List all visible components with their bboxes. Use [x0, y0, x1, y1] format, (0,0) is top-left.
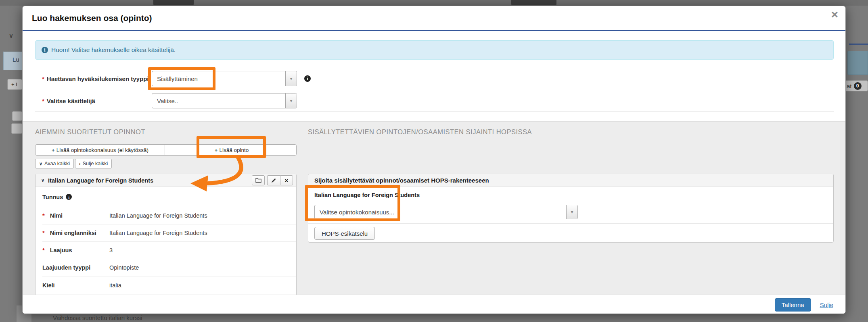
required-asterisk: *	[42, 98, 44, 104]
expand-collapse-row: ∨ Avaa kaikki › Sulje kaikki	[35, 159, 112, 168]
course-row-value: 3	[109, 247, 113, 253]
course-row-label: * Nimi	[42, 212, 109, 219]
edit-delete-group: ×	[267, 175, 293, 185]
required-asterisk: *	[42, 230, 45, 236]
background-divider-fragment	[849, 44, 868, 45]
credit-type-select-value: Sisällyttäminen	[152, 75, 285, 82]
background-dark-button	[153, 0, 194, 5]
course-panel-title: Italian Language for Foreign Students	[48, 177, 153, 184]
handler-select[interactable]: Valitse.. ▾	[152, 93, 297, 108]
course-row-label: * Laajuus	[42, 247, 109, 253]
course-row-label-text: Nimi	[50, 212, 63, 219]
course-row-laajuuden-tyyppi: Laajuuden tyyppi Opintopiste	[42, 259, 296, 276]
chevron-right-icon: ›	[79, 161, 81, 166]
course-row-label-text: Laajuuden tyyppi	[42, 264, 90, 271]
hops-card-header: Sijoita sisällytettävät opinnot/osaamise…	[308, 174, 833, 187]
credit-type-select[interactable]: Sisällyttäminen ▾	[152, 71, 297, 86]
dialog-footer: Tallenna Sulje	[23, 295, 845, 314]
background-icon-fragment	[12, 111, 22, 121]
open-all-label: Avaa kaikki	[44, 161, 70, 166]
course-row-kieli: Kieli italia	[42, 276, 296, 294]
course-row-label: * Nimi englanniksi	[42, 230, 109, 236]
form-row-handler: *Valitse käsittelijä Valitse.. ▾	[35, 90, 834, 112]
info-alert-text: Huom! Valitse hakemukselle oikea käsitte…	[51, 46, 176, 54]
previous-studies-heading: AIEMMIN SUORITETUT OPINNOT	[35, 128, 145, 136]
hops-placement-column: SISÄLLYTETTÄVIEN OPINTOJEN/OSAAMISTEN SI…	[308, 122, 834, 295]
close-all-label: Sulje kaikki	[83, 161, 108, 166]
field-label: *Haettavan hyväksilukemisen tyyppi	[42, 75, 149, 82]
badge-count-icon: 0	[854, 82, 862, 90]
course-panel-actions: ×	[252, 175, 293, 185]
dialog-form: *Haettavan hyväksilukemisen tyyppi Sisäl…	[35, 67, 834, 112]
folder-icon	[255, 178, 261, 183]
close-link[interactable]: Sulje	[820, 301, 833, 308]
course-row-nimi: * Nimi Italian Language for Foreign Stud…	[42, 207, 296, 224]
add-module-label: Lisää opintokokonaisuus (ei käytössä)	[56, 147, 149, 153]
required-asterisk: *	[42, 75, 44, 82]
create-application-part-dialog: Luo hakemuksen osa (opinto) × i Huom! Va…	[22, 6, 846, 314]
course-row-value: italia	[109, 282, 121, 289]
info-icon: i	[42, 47, 48, 53]
course-row-label: Laajuuden tyyppi	[42, 264, 109, 271]
background-icon-fragment	[11, 123, 22, 134]
close-icon[interactable]: ×	[831, 8, 838, 21]
course-row-label: Kieli	[42, 282, 109, 289]
course-row-label-text: Tunnus	[42, 194, 63, 200]
module-select[interactable]: Valitse opintokokonaisuus... ▾	[314, 205, 578, 219]
background-badge-text: at	[847, 83, 852, 89]
course-row-label-text: Laajuus	[50, 247, 72, 253]
background-chevron-icon: ∨	[9, 32, 13, 39]
study-name-label: Italian Language for Foreign Students	[314, 192, 420, 198]
background-dark-button	[511, 0, 556, 5]
course-row-label: Tunnus i	[42, 194, 109, 200]
folder-button[interactable]	[252, 175, 265, 185]
save-button[interactable]: Tallenna	[775, 298, 811, 312]
required-asterisk: *	[42, 212, 45, 219]
add-study-button[interactable]: + Lisää opinto	[197, 145, 266, 155]
background-course-text: Vaihdossa suoritettu italian kurssi	[53, 314, 142, 321]
button-group-spacer	[266, 145, 296, 155]
course-row-label-text: Kieli	[42, 282, 55, 289]
screen: ∨ Lu + L at 0 Vaihdossa suoritettu itali…	[0, 0, 868, 322]
field-label-text: Valitse käsittelijä	[47, 98, 95, 104]
background-panel-fragment	[847, 51, 868, 75]
hops-preview-button[interactable]: HOPS-esikatselu	[314, 227, 375, 240]
delete-button[interactable]: ×	[280, 175, 293, 185]
course-row-label-text: Nimi englanniksi	[50, 230, 96, 236]
course-row-value: Opintopiste	[109, 264, 139, 271]
field-info-icon[interactable]: i	[304, 75, 311, 82]
hops-placement-card: Sijoita sisällytettävät opinnot/osaamise…	[308, 174, 834, 243]
button-group-spacer	[165, 145, 197, 155]
field-label-text: Haettavan hyväksilukemisen tyyppi	[47, 75, 149, 82]
required-asterisk: *	[42, 247, 45, 253]
field-label: *Valitse käsittelijä	[42, 98, 95, 104]
open-all-button[interactable]: ∨ Avaa kaikki	[35, 159, 74, 168]
close-all-button[interactable]: › Sulje kaikki	[75, 159, 112, 168]
course-row-laajuus: * Laajuus 3	[42, 242, 296, 259]
plus-icon: +	[215, 147, 218, 153]
edit-button[interactable]	[267, 175, 280, 185]
info-alert: i Huom! Valitse hakemukselle oikea käsit…	[35, 40, 834, 60]
dropdown-arrow-icon[interactable]: ▾	[285, 93, 297, 108]
previous-studies-column: AIEMMIN SUORITETUT OPINNOT + Lisää opint…	[35, 122, 297, 295]
add-study-label: Lisää opinto	[219, 147, 249, 153]
add-module-button[interactable]: + Lisää opintokokonaisuus (ei käytössä)	[36, 145, 165, 155]
background-button-fragment: + L	[7, 79, 22, 90]
course-row-value: Italian Language for Foreign Students	[109, 212, 207, 219]
background-top-bar	[0, 0, 868, 6]
dialog-content-section: AIEMMIN SUORITETUT OPINNOT + Lisää opint…	[23, 121, 845, 295]
dropdown-arrow-icon[interactable]: ▾	[285, 71, 297, 86]
course-panel-header[interactable]: ∨ Italian Language for Foreign Students	[36, 174, 296, 187]
x-icon: ×	[285, 177, 289, 183]
course-panel: ∨ Italian Language for Foreign Students	[35, 174, 297, 295]
info-icon[interactable]: i	[66, 194, 72, 200]
module-select-value: Valitse opintokokonaisuus...	[315, 209, 566, 216]
dropdown-arrow-icon[interactable]: ▾	[566, 205, 577, 219]
add-buttons-group: + Lisää opintokokonaisuus (ei käytössä) …	[35, 144, 297, 156]
chevron-down-icon: ∨	[41, 178, 44, 183]
handler-select-value: Valitse..	[152, 98, 285, 104]
background-tab-fragment: Lu	[3, 52, 22, 70]
chevron-down-icon: ∨	[39, 161, 42, 166]
course-row-nimi-englanniksi: * Nimi englanniksi Italian Language for …	[42, 224, 296, 242]
pencil-icon	[271, 178, 276, 183]
